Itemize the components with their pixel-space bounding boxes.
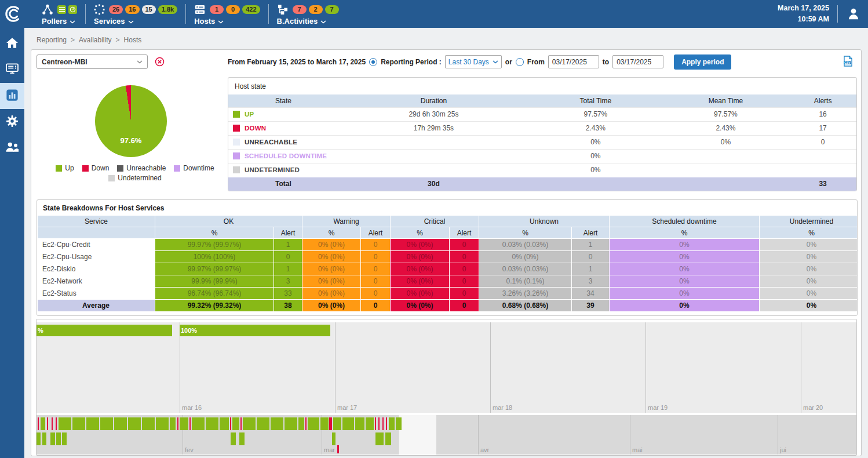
- pie-legend: UpDownUnreachableDowntimeUndetermined: [37, 164, 234, 182]
- overview-up-segment-row2: [50, 432, 55, 445]
- warn-value-cell: 0% (0%): [302, 251, 360, 263]
- undet-value-cell: 0%: [760, 300, 858, 311]
- or-label: or: [505, 58, 512, 66]
- host-select-dropdown[interactable]: Centreon-MBI: [37, 54, 148, 69]
- state-label: SCHEDULED DOWNTIME: [245, 152, 327, 159]
- state-cell: DOWN: [228, 121, 338, 135]
- ok-value-cell: 99.32% (99.32%): [155, 300, 273, 311]
- reporting-period-radio[interactable]: [369, 58, 377, 66]
- availability-detail-chart[interactable]: mar 16mar 17mar 18mar 19mar 20%100%: [37, 322, 856, 413]
- legend-item-up: Up: [56, 164, 74, 172]
- sidebar-item-monitoring[interactable]: [0, 57, 24, 83]
- from-date-input[interactable]: [548, 55, 599, 68]
- host-state-col-state: State: [228, 94, 338, 107]
- overview-up-segment: [220, 417, 229, 430]
- host-state-row-unreachable: UNREACHABLE0%0%0: [228, 135, 856, 149]
- top-menu-services[interactable]: 2616151.8kServices: [86, 2, 185, 27]
- sched-value-cell: 0%: [610, 300, 759, 311]
- breakdown-group-critical: Critical: [391, 216, 479, 227]
- breakdown-subheader-9: %: [610, 227, 759, 238]
- state-swatch: [233, 166, 240, 173]
- breadcrumb-hosts[interactable]: Hosts: [124, 36, 142, 44]
- ok-value-cell: 99.97% (99.97%): [155, 239, 273, 250]
- pollers-menu-label: Pollers: [42, 17, 77, 26]
- custom-period-radio[interactable]: [516, 58, 524, 66]
- top-menu-bactivities[interactable]: 727B.Activities: [269, 2, 347, 27]
- host-state-col-total-time: Total Time: [529, 94, 662, 107]
- overview-viewport-handle[interactable]: [399, 415, 436, 455]
- sidebar-item-configuration[interactable]: [0, 109, 24, 135]
- services-badges-row: 2616151.8k: [94, 4, 177, 15]
- crit-value-cell: 0: [450, 275, 479, 287]
- clear-host-selection-icon[interactable]: [155, 57, 165, 67]
- state-cell: SCHEDULED DOWNTIME: [228, 149, 338, 163]
- unk-value-cell: 0.03% (0.03%): [479, 263, 571, 275]
- hosts-icon: [194, 4, 206, 15]
- warn-value-cell: 0% (0%): [302, 300, 360, 311]
- state-cell: UP: [228, 107, 338, 121]
- reporting-period-label: Reporting Period :: [381, 58, 442, 66]
- duration-cell: [338, 135, 529, 149]
- export-csv-icon[interactable]: CSV: [843, 56, 853, 67]
- overview-up-segment: [180, 417, 188, 430]
- total-time-cell: 2.43%: [529, 121, 662, 135]
- period-select[interactable]: Last 30 Days: [445, 55, 502, 68]
- breakdown-subheader-6: Alert: [450, 227, 479, 238]
- state-label: UP: [245, 111, 254, 118]
- sidebar: [0, 28, 24, 458]
- service-name-cell: Ec2-Cpu-Credit: [38, 239, 155, 250]
- overview-up-segment: [170, 417, 176, 430]
- unk-value-cell: 0: [572, 251, 609, 263]
- breadcrumb-separator: >: [71, 36, 75, 44]
- hosts-badge-green: 422: [242, 5, 260, 14]
- breadcrumb-reporting[interactable]: Reporting: [37, 36, 67, 44]
- sidebar-item-administration[interactable]: [0, 135, 24, 161]
- sched-value-cell: 0%: [610, 288, 759, 299]
- top-menu-hosts[interactable]: 10422Hosts: [186, 2, 268, 27]
- overview-down-segment: [305, 417, 307, 430]
- legend-item-undetermined: Undetermined: [108, 174, 161, 182]
- sched-value-cell: 0%: [610, 239, 759, 250]
- overview-down-segment: [56, 417, 57, 430]
- breakdown-group-ok: OK: [155, 216, 302, 227]
- overview-down-segment: [240, 417, 242, 430]
- duration-cell: 29d 6h 30m 25s: [338, 107, 529, 121]
- centreon-logo-icon[interactable]: [0, 5, 27, 23]
- apply-period-button[interactable]: Apply period: [674, 54, 731, 70]
- sidebar-item-home[interactable]: [0, 31, 24, 57]
- timeline-day-label: mar 17: [337, 404, 357, 411]
- breakdown-group-warning: Warning: [302, 216, 390, 227]
- breakdown-row-ec2-cpu-usage: Ec2-Cpu-Usage100% (100%)00% (0%)00% (0%)…: [38, 251, 858, 263]
- mean-time-cell: 2.43%: [662, 121, 790, 135]
- overview-down-segment: [230, 417, 231, 430]
- ok-value-cell: 38: [274, 300, 302, 311]
- overview-month-label: mai: [632, 446, 643, 453]
- availability-up-bar[interactable]: 100%: [180, 325, 330, 336]
- overview-up-segment: [232, 417, 239, 430]
- mean-time-cell: [662, 163, 790, 177]
- timeline-day-divider: [801, 322, 801, 413]
- availability-up-bar[interactable]: %: [37, 325, 172, 336]
- mean-time-cell: 0%: [662, 135, 790, 149]
- period-controls: From February 15, 2025 to March 17, 2025…: [228, 54, 731, 70]
- breakdown-subheader-0: [38, 227, 155, 238]
- availability-overview-chart[interactable]: fevmaravrmaijui: [37, 415, 856, 455]
- state-label: DOWN: [245, 125, 266, 132]
- breadcrumb-availability[interactable]: Availability: [79, 36, 111, 44]
- total-mean-cell: [662, 177, 790, 191]
- services-icon: [94, 4, 105, 15]
- host-state-pie-chart[interactable]: 97.6%: [95, 85, 167, 157]
- service-name-cell: Ec2-Status: [38, 288, 155, 299]
- breakdown-group-unknown: Unknown: [479, 216, 609, 227]
- duration-cell: 17h 29m 35s: [338, 121, 529, 135]
- overview-up-segment: [308, 417, 319, 430]
- mean-time-cell: 97.57%: [662, 107, 790, 121]
- to-date-input[interactable]: [612, 55, 663, 68]
- header-date: March 17, 2025: [778, 3, 829, 14]
- user-menu-button[interactable]: [846, 6, 861, 21]
- undet-value-cell: 0%: [760, 251, 858, 263]
- sidebar-item-reporting[interactable]: [0, 83, 24, 109]
- top-menu-pollers[interactable]: Pollers: [34, 2, 85, 27]
- host-state-row-up: UP29d 6h 30m 25s97.57%97.57%16: [228, 107, 856, 121]
- overview-up-segment: [59, 417, 71, 430]
